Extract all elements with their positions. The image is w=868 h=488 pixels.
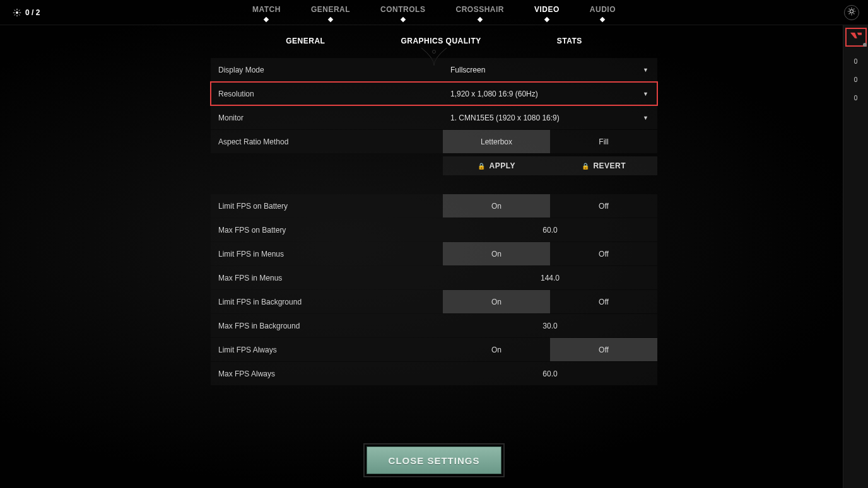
diamond-icon bbox=[264, 16, 269, 21]
status-dot-icon bbox=[863, 43, 867, 47]
row-max-fps-always: Max FPS Always 60.0 bbox=[211, 362, 657, 385]
toggle-option-off[interactable]: Off bbox=[550, 290, 657, 313]
toggle-option-letterbox[interactable]: Letterbox bbox=[443, 130, 550, 153]
chevron-down-icon: ▼ bbox=[643, 91, 648, 97]
row-aspect-ratio: Aspect Ratio Method LetterboxFill bbox=[211, 130, 657, 153]
party-indicator: 0 / 2 bbox=[13, 8, 40, 17]
rail-item-1[interactable]: 0 bbox=[854, 76, 858, 83]
row-max-fps-background: Max FPS in Background 30.0 bbox=[211, 314, 657, 337]
lock-icon: 🔒 bbox=[478, 163, 486, 170]
subtab-stats[interactable]: STATS bbox=[557, 37, 582, 45]
tab-audio[interactable]: AUDIO bbox=[590, 5, 616, 20]
chevron-down-icon: ▼ bbox=[643, 67, 648, 73]
row-display-mode: Display Mode Fullscreen ▼ bbox=[211, 58, 657, 81]
sub-tabs: GENERALGRAPHICS QUALITYSTATS bbox=[0, 25, 868, 52]
row-limit-fps-always: Limit FPS Always OnOff bbox=[211, 338, 657, 361]
row-limit-fps-menus: Limit FPS in Menus OnOff bbox=[211, 242, 657, 265]
toggle-option-on[interactable]: On bbox=[443, 242, 550, 265]
lock-icon: 🔒 bbox=[582, 163, 590, 170]
close-settings-button[interactable]: CLOSE SETTINGS bbox=[367, 446, 501, 474]
party-count: 0 / 2 bbox=[25, 8, 40, 17]
value-max-fps-always[interactable]: 60.0 bbox=[443, 362, 657, 385]
diamond-icon bbox=[544, 16, 549, 21]
spark-icon bbox=[13, 8, 21, 17]
row-limit-fps-battery: Limit FPS on Battery OnOff bbox=[211, 194, 657, 218]
value-max-fps-battery[interactable]: 60.0 bbox=[443, 218, 657, 241]
label-monitor: Monitor bbox=[211, 106, 443, 129]
apply-button[interactable]: 🔒 APPLY bbox=[443, 156, 550, 175]
row-limit-fps-background: Limit FPS in Background OnOff bbox=[211, 290, 657, 313]
gear-icon bbox=[847, 7, 856, 18]
toggle-option-off[interactable]: Off bbox=[550, 194, 657, 218]
settings-gear-button[interactable] bbox=[844, 5, 859, 20]
toggle-option-on[interactable]: On bbox=[443, 194, 550, 218]
value-max-fps-background[interactable]: 30.0 bbox=[443, 314, 657, 337]
label-aspect-ratio: Aspect Ratio Method bbox=[211, 130, 443, 153]
rail-item-0[interactable]: 0 bbox=[854, 58, 858, 65]
toggle-option-fill[interactable]: Fill bbox=[550, 130, 657, 153]
game-logo-button[interactable] bbox=[845, 28, 867, 47]
diamond-icon bbox=[477, 16, 482, 21]
tab-crosshair[interactable]: CROSSHAIR bbox=[455, 5, 504, 20]
dropdown-resolution[interactable]: 1,920 x 1,080 16:9 (60Hz) ▼ bbox=[443, 82, 657, 105]
tab-video[interactable]: VIDEO bbox=[534, 5, 560, 20]
subtab-general[interactable]: GENERAL bbox=[286, 37, 325, 45]
diamond-icon bbox=[600, 16, 605, 21]
tab-match[interactable]: MATCH bbox=[252, 5, 281, 20]
svg-point-0 bbox=[16, 11, 18, 14]
rail-item-2[interactable]: 0 bbox=[854, 95, 858, 102]
toggle-option-off[interactable]: Off bbox=[550, 242, 657, 265]
row-monitor: Monitor 1. CMN15E5 (1920 x 1080 16:9) ▼ bbox=[211, 106, 657, 129]
right-rail: 0 0 0 bbox=[843, 25, 868, 488]
revert-button[interactable]: 🔒 REVERT bbox=[550, 156, 657, 175]
dropdown-display-mode[interactable]: Fullscreen ▼ bbox=[443, 58, 657, 81]
main-tabs: MATCHGENERALCONTROLSCROSSHAIRVIDEOAUDIO bbox=[252, 5, 616, 20]
value-max-fps-menus[interactable]: 144.0 bbox=[443, 266, 657, 289]
apply-revert-row: 🔒 APPLY 🔒 REVERT bbox=[443, 156, 657, 175]
row-max-fps-menus: Max FPS in Menus 144.0 bbox=[211, 266, 657, 289]
label-resolution: Resolution bbox=[211, 82, 443, 105]
toggle-option-on[interactable]: On bbox=[443, 338, 550, 361]
toggle-option-off[interactable]: Off bbox=[550, 338, 657, 361]
diamond-icon bbox=[328, 16, 333, 21]
tab-controls[interactable]: CONTROLS bbox=[380, 5, 425, 20]
dropdown-monitor[interactable]: 1. CMN15E5 (1920 x 1080 16:9) ▼ bbox=[443, 106, 657, 129]
diamond-icon bbox=[401, 16, 406, 21]
row-max-fps-battery: Max FPS on Battery 60.0 bbox=[211, 218, 657, 241]
toggle-option-on[interactable]: On bbox=[443, 290, 550, 313]
chevron-down-icon: ▼ bbox=[643, 115, 648, 121]
video-settings-panel: Display Mode Fullscreen ▼ Resolution 1,9… bbox=[211, 58, 657, 385]
tab-general[interactable]: GENERAL bbox=[311, 5, 350, 20]
subtab-graphics-quality[interactable]: GRAPHICS QUALITY bbox=[401, 37, 481, 45]
top-bar: 0 / 2 MATCHGENERALCONTROLSCROSSHAIRVIDEO… bbox=[0, 0, 868, 25]
label-display-mode: Display Mode bbox=[211, 58, 443, 81]
row-resolution: Resolution 1,920 x 1,080 16:9 (60Hz) ▼ bbox=[211, 82, 657, 105]
